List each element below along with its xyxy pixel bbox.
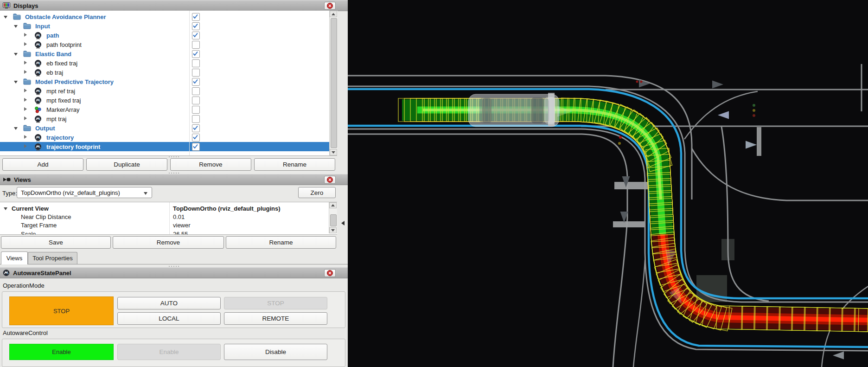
tree-item-mpt-fixed-traj[interactable]: mpt fixed traj (0, 96, 337, 105)
visibility-checkbox[interactable] (192, 78, 200, 86)
folder-icon (23, 51, 31, 58)
scrollbar-thumb (331, 18, 337, 148)
tree-item-obstacle-avoidance-planner[interactable]: Obstacle Avoidance Planner (0, 12, 337, 21)
panel-collapse-handle[interactable] (339, 214, 346, 232)
view-type-value: TopDownOrtho (rviz_default_plugins) (21, 189, 120, 196)
zero-button[interactable]: Zero (298, 187, 336, 198)
property-value: TopDownOrtho (rviz_default_plugins) (173, 205, 281, 212)
tree-item-path-footprint[interactable]: path footprint (0, 40, 337, 49)
opmode-auto-button[interactable]: AUTO (117, 297, 221, 309)
visibility-checkbox[interactable] (192, 106, 200, 114)
visibility-checkbox[interactable] (192, 22, 200, 30)
displays-tree[interactable]: Obstacle Avoidance PlannerInputpathpath … (0, 11, 337, 156)
property-row[interactable]: Current ViewTopDownOrtho (rviz_default_p… (0, 204, 337, 212)
operation-mode-label: OperationMode (3, 282, 45, 289)
property-row[interactable]: Near Clip Distance0.01 (0, 212, 337, 221)
views-table-scrollbar[interactable] (329, 202, 337, 233)
opmode-stop-button: STOP (224, 297, 327, 309)
displays-panel-header[interactable]: Displays (0, 0, 348, 11)
tree-item-label: Output (35, 125, 55, 132)
tree-item-mpt-ref-traj[interactable]: mpt ref traj (0, 86, 337, 96)
visibility-checkbox[interactable] (192, 124, 200, 132)
tree-item-label: path footprint (46, 41, 82, 48)
tree-item-mpt-traj[interactable]: mpt traj (0, 114, 337, 123)
expander-open-icon[interactable] (14, 81, 18, 84)
expander-open-icon[interactable] (14, 53, 18, 56)
view-type-dropdown[interactable]: TopDownOrtho (rviz_default_plugins) (17, 187, 152, 198)
tab-tool-properties[interactable]: Tool Properties (28, 252, 77, 264)
autoware-display-icon (34, 97, 42, 104)
property-row[interactable]: Target Frameviewer (0, 221, 337, 230)
tree-item-eb-traj[interactable]: eb traj (0, 68, 337, 77)
tree-item-markerarray[interactable]: MarkerArray (0, 105, 337, 114)
expander-closed-icon[interactable] (24, 61, 27, 64)
marker-array-icon (34, 106, 42, 113)
tree-item-trajectory[interactable]: trajectory (0, 133, 337, 142)
chevron-down-icon (144, 192, 147, 195)
displays-duplicate-button[interactable]: Duplicate (86, 158, 167, 171)
autoware-icon (3, 270, 10, 277)
visibility-checkbox[interactable] (192, 41, 200, 49)
operation-mode-status: STOP (9, 296, 114, 325)
tree-item-input[interactable]: Input (0, 21, 337, 31)
tree-item-trajectory-footprint[interactable]: trajectory footprint (0, 142, 337, 151)
visibility-checkbox[interactable] (192, 50, 200, 58)
opmode-local-button[interactable]: LOCAL (117, 312, 221, 325)
displays-add-button[interactable]: Add (2, 158, 83, 171)
autoware-state-panel-header[interactable]: AutowareStatePanel (0, 267, 348, 278)
expander-closed-icon[interactable] (24, 42, 27, 46)
tree-item-elastic-band[interactable]: Elastic Band (0, 49, 337, 58)
expander-closed-icon[interactable] (24, 33, 27, 37)
displays-tree-scrollbar[interactable] (329, 11, 338, 155)
tree-item-label: trajectory footprint (46, 143, 100, 150)
control-disable-button[interactable]: Disable (224, 344, 327, 360)
expander-closed-icon[interactable] (24, 107, 27, 111)
tree-item-eb-fixed-traj[interactable]: eb fixed traj (0, 58, 337, 68)
tree-item-output[interactable]: Output (0, 123, 337, 133)
state-panel-close-button[interactable] (324, 269, 336, 277)
render-viewport[interactable] (348, 0, 868, 367)
displays-rename-button[interactable]: Rename (254, 158, 335, 171)
tree-item-label: eb traj (46, 69, 63, 76)
folder-icon (13, 13, 21, 20)
expander-closed-icon[interactable] (24, 135, 27, 139)
tree-item-label: mpt fixed traj (46, 97, 81, 104)
views-close-button[interactable] (324, 176, 336, 184)
collapse-left-icon (341, 221, 345, 225)
expander-closed-icon[interactable] (24, 70, 27, 74)
displays-close-button[interactable] (324, 2, 336, 10)
tree-item-model-predictive-trajectory[interactable]: Model Predictive Trajectory (0, 77, 337, 86)
property-row[interactable]: Scale26.55 (0, 230, 337, 235)
displays-remove-button[interactable]: Remove (170, 158, 251, 171)
views-rename-button[interactable]: Rename (226, 236, 336, 249)
expander-open-icon[interactable] (14, 127, 18, 130)
visibility-checkbox[interactable] (192, 143, 200, 151)
visibility-checkbox[interactable] (192, 97, 200, 104)
visibility-checkbox[interactable] (192, 69, 200, 77)
visibility-checkbox[interactable] (192, 87, 200, 95)
visibility-checkbox[interactable] (192, 134, 200, 142)
visibility-checkbox[interactable] (192, 32, 200, 39)
expander-closed-icon[interactable] (24, 144, 27, 148)
autoware-display-icon (34, 88, 42, 95)
visibility-checkbox[interactable] (192, 59, 200, 67)
views-panel-header[interactable]: Views (0, 174, 348, 185)
views-remove-button[interactable]: Remove (113, 236, 224, 249)
expander-closed-icon[interactable] (24, 89, 27, 92)
tree-item-path[interactable]: path (0, 31, 337, 40)
visibility-checkbox[interactable] (192, 115, 200, 123)
expander-closed-icon[interactable] (24, 98, 27, 102)
tab-views[interactable]: Views (1, 251, 28, 264)
autoware-display-icon (34, 32, 42, 39)
expander-open-icon[interactable] (4, 16, 7, 19)
expander-open-icon[interactable] (14, 25, 18, 28)
visibility-checkbox[interactable] (192, 13, 200, 21)
rviz-window: Displays Obstacle Avoidance PlannerInput… (0, 0, 868, 367)
opmode-remote-button[interactable]: REMOTE (224, 312, 327, 325)
expander-closed-icon[interactable] (24, 116, 27, 120)
tree-item-label: MarkerArray (46, 106, 80, 113)
folder-icon (23, 78, 31, 85)
views-save-button[interactable]: Save (1, 236, 111, 249)
expander-open-icon[interactable] (4, 207, 7, 210)
current-view-properties[interactable]: Current ViewTopDownOrtho (rviz_default_p… (0, 202, 337, 235)
